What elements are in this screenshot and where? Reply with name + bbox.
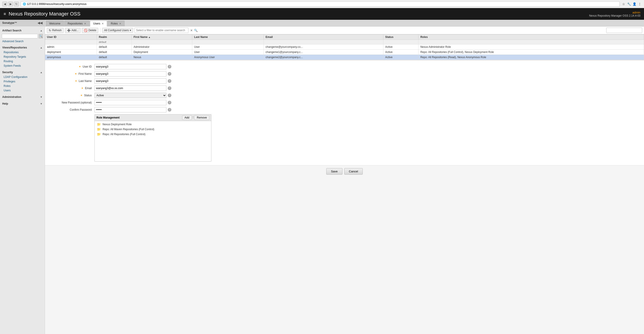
help-arrow: ▼ [40,102,42,105]
hamburger-menu-icon[interactable]: ≡ [4,12,6,16]
last-name-input[interactable] [94,78,166,84]
col-last-name[interactable]: Last Name [192,34,264,40]
col-roles[interactable]: Roles [418,34,644,40]
delete-icon: 🚫 [84,29,88,32]
filter-input[interactable] [134,28,188,33]
form-label-status: ✦ Status [50,94,94,97]
status-help-icon[interactable]: ? [168,94,171,97]
artifact-search-input[interactable] [2,34,38,38]
list-item[interactable]: 📁 Repo: All Repositories (Full Control) [95,132,211,137]
tab-welcome[interactable]: Welcome [46,21,64,26]
table-row[interactable]: deployment default Deployment User chang… [45,50,644,55]
list-item[interactable]: 📁 Nexus Deployment Role [95,122,211,127]
configured-users-button[interactable]: All Configured Users ▾ [102,28,133,33]
cell-last-name: User [192,50,264,55]
sidebar-item-roles[interactable]: Roles [0,84,45,88]
user-id-help-icon[interactable]: ? [168,65,171,68]
first-name-input[interactable] [94,71,166,77]
sidebar-item-users[interactable]: Users [0,88,45,93]
profile-icon[interactable]: 👤 [632,2,636,6]
search-right-input[interactable] [606,28,642,33]
form-row-email: ✦ Email ? [50,86,640,91]
status-select[interactable]: Active Disabled [94,93,166,98]
sidebar-collapse-btn[interactable]: ◀◀ [38,21,42,25]
last-name-help-icon[interactable]: ? [168,79,171,83]
tab-roles-label: Roles [111,22,118,25]
col-email[interactable]: Email [264,34,384,40]
extensions-icon[interactable]: 🔧 [627,2,631,6]
role-name: Repo: All Maven Repositories (Full Contr… [102,128,154,131]
form-label-user-id: ✦ User ID [50,65,94,68]
col-first-name[interactable]: First Name ▲ [132,34,192,40]
cell-roles: Nexus Administrator Role [418,44,644,50]
role-management: Role Management Add | Remove 📁 Nexus Dep… [94,114,211,162]
artifact-search-button[interactable]: 🔍 [39,34,43,38]
forward-btn[interactable]: ▶ [8,1,13,6]
tab-users-close[interactable]: ✕ [102,22,104,25]
advanced-search-link[interactable]: Advanced Search [0,39,45,43]
cancel-button[interactable]: Cancel [344,168,363,175]
sidebar-item-system-feeds[interactable]: System Feeds [0,63,45,68]
form-row-confirm-password: Confirm Password ? [50,107,640,112]
security-arrow: ▲ [40,71,42,74]
cell-realm: default [97,44,132,50]
save-button[interactable]: Save [326,168,342,175]
add-button[interactable]: ➕ Add... [65,28,80,33]
tab-repositories[interactable]: Repositories ✕ [64,21,90,26]
tab-welcome-label: Welcome [49,22,60,25]
sidebar-brand: Sonatype™ ◀◀ [0,20,45,26]
lock-icon: 🌐 [23,2,26,5]
sidebar-item-routing[interactable]: Routing [0,59,45,63]
sidebar-item-repositories[interactable]: Repositories [0,50,45,55]
remove-role-button[interactable]: Remove [194,115,209,120]
browser-chrome: ◀ ▶ ↻ 🌐 127.0.0.1:9998/nexus/#security-u… [0,0,644,8]
email-help-icon[interactable]: ? [168,86,171,90]
bookmark-star-icon[interactable]: ☆ [622,2,626,6]
confirm-password-input[interactable] [94,107,166,112]
role-name: Repo: All Repositories (Full Control) [102,133,146,136]
sidebar-item-repository-targets[interactable]: Repository Targets [0,55,45,59]
url-bar[interactable]: 🌐 127.0.0.1:9998/nexus/#security-users;a… [21,1,620,7]
tab-repositories-close[interactable]: ✕ [84,22,86,25]
admin-username: admin [589,11,640,14]
reload-btn[interactable]: ↻ [14,1,19,6]
new-password-input[interactable] [94,100,166,105]
form-label-email: ✦ Email [50,87,94,90]
cell-user-id: admin [45,44,97,50]
menu-icon[interactable]: ⋮ [638,2,642,6]
list-item[interactable]: 📁 Repo: All Maven Repositories (Full Con… [95,127,211,132]
delete-button[interactable]: 🚫 Delete [82,28,98,33]
form-label-last-name: ✦ Last Name [50,79,94,83]
col-realm[interactable]: Realm [97,34,132,40]
filter-clear-icon[interactable]: ✕ [190,29,193,32]
cell-roles: Repo: All Repositories (Read), Nexus Ano… [418,55,644,60]
help-section[interactable]: Help ▼ [0,101,45,106]
user-id-input[interactable] [94,64,166,69]
new-password-help-icon[interactable]: ? [168,101,171,104]
refresh-button[interactable]: ↻ Refresh [47,28,64,33]
folder-icon: 📁 [97,128,101,131]
col-user-id[interactable]: User ID [45,34,97,40]
first-name-help-icon[interactable]: ? [168,72,171,76]
tab-users[interactable]: Users ✕ [90,21,107,26]
cell-last-name: Anonymous User [192,55,264,60]
tab-roles-close[interactable]: ✕ [119,22,121,25]
email-input[interactable] [94,86,166,91]
role-management-label: Role Management [96,116,120,119]
add-role-button[interactable]: Add [182,115,192,120]
sidebar-item-privileges[interactable]: Privileges [0,79,45,84]
filter-search-icon[interactable]: 🔍 [194,29,198,32]
back-btn[interactable]: ◀ [2,1,7,6]
views-repositories-section: Views/Repositories ▲ [0,45,45,50]
col-status[interactable]: Status [383,34,418,40]
security-section: Security ▲ [0,70,45,75]
form-label-new-password: New Password (optional) [50,101,94,104]
confirm-password-help-icon[interactable]: ? [168,108,171,112]
role-management-header: Role Management Add | Remove [95,115,211,121]
app-header: ≡ Nexus Repository Manager OSS admin Nex… [0,8,644,20]
tab-roles[interactable]: Roles ✕ [108,21,124,26]
administration-section[interactable]: Administration ▼ [0,95,45,99]
sidebar-item-ldap[interactable]: LDAP Configuration [0,75,45,79]
table-row[interactable]: admin default Administrator User changem… [45,44,644,50]
table-row-anonymous[interactable]: anonymous default Nexus Anonymous User c… [45,55,644,60]
